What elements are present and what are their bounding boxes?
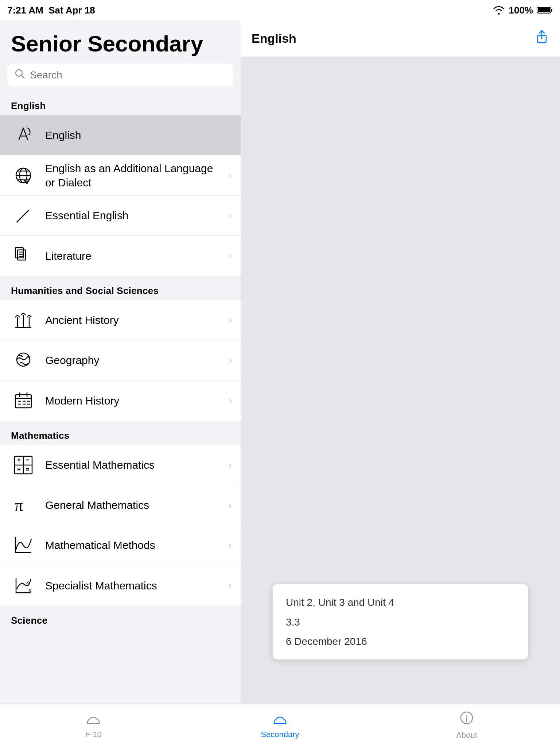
sidebar-item-english-label: English	[45, 128, 225, 142]
tab-secondary-icon	[273, 711, 287, 728]
battery-icon	[537, 6, 553, 14]
sidebar-item-english[interactable]: English ›	[0, 115, 241, 155]
specialist-mathematics-chevron: ›	[229, 580, 232, 591]
svg-point-60	[466, 715, 467, 716]
svg-rect-14	[18, 250, 26, 260]
modern-history-chevron: ›	[229, 395, 232, 406]
ancient-history-chevron: ›	[229, 314, 232, 326]
status-time-date: 7:21 AM Sat Apr 18	[7, 5, 95, 16]
sidebar-item-eal[interactable]: English as an Additional Language or Dia…	[0, 155, 241, 196]
svg-point-5	[28, 134, 30, 135]
sidebar-item-general-mathematics[interactable]: π General Mathematics ›	[0, 485, 241, 525]
eal-chevron: ›	[229, 170, 232, 181]
mathematical-methods-chevron: ›	[229, 539, 232, 551]
content-body: Unit 2, Unit 3 and Unit 4 3.3 6 December…	[241, 57, 560, 703]
literature-chevron: ›	[229, 250, 232, 262]
tab-f10-icon	[86, 711, 101, 728]
modern-history-icon	[9, 386, 38, 415]
tab-about[interactable]: About	[373, 704, 560, 747]
sidebar-item-specialist-mathematics-label: Specialist Mathematics	[45, 578, 225, 593]
tab-secondary[interactable]: Secondary	[187, 704, 373, 747]
essential-english-chevron: ›	[229, 210, 232, 221]
battery-percent: 100%	[509, 5, 533, 16]
search-icon	[15, 69, 25, 81]
essential-mathematics-icon	[9, 450, 38, 480]
tab-about-icon	[459, 711, 474, 728]
svg-text:x: x	[28, 587, 31, 593]
geography-icon	[9, 346, 38, 375]
list-humanities: Ancient History › Geography ›	[0, 300, 241, 421]
sidebar-item-ancient-history[interactable]: Ancient History ›	[0, 300, 241, 340]
section-header-english: English	[0, 94, 241, 115]
sidebar-scroll: English English ›	[0, 94, 241, 703]
sidebar-item-eal-label: English as an Additional Language or Dia…	[45, 161, 225, 190]
general-mathematics-icon: π	[9, 491, 38, 520]
section-header-humanities: Humanities and Social Sciences	[0, 279, 241, 300]
share-button[interactable]	[534, 30, 549, 47]
list-mathematics: Essential Mathematics › π General Mathem…	[0, 445, 241, 605]
search-input[interactable]	[30, 69, 226, 81]
tab-about-label: About	[456, 731, 477, 740]
list-english: English › Engli	[0, 115, 241, 276]
sidebar-item-essential-mathematics-label: Essential Mathematics	[45, 458, 225, 472]
sidebar-item-geography[interactable]: Geography ›	[0, 340, 241, 380]
content-header: English	[241, 20, 560, 57]
sidebar-item-ancient-history-label: Ancient History	[45, 313, 225, 327]
sidebar-item-literature[interactable]: Literature ›	[0, 236, 241, 276]
ancient-history-icon	[9, 306, 38, 335]
wifi-icon	[492, 5, 505, 15]
svg-rect-1	[551, 9, 552, 12]
sidebar-item-mathematical-methods[interactable]: Mathematical Methods ›	[0, 525, 241, 565]
essential-mathematics-chevron: ›	[229, 459, 232, 471]
sidebar-item-specialist-mathematics[interactable]: z x Specialist Mathematics ›	[0, 565, 241, 605]
search-box	[7, 63, 233, 86]
general-mathematics-chevron: ›	[229, 499, 232, 511]
search-container	[0, 63, 241, 94]
tab-bar: F-10 Secondary About	[0, 703, 560, 747]
sidebar-title: Senior Secondary	[0, 20, 241, 63]
sidebar-item-general-mathematics-label: General Mathematics	[45, 498, 225, 512]
status-bar: 7:21 AM Sat Apr 18 100%	[0, 0, 560, 20]
essential-english-icon	[9, 201, 38, 230]
mathematical-methods-icon	[9, 531, 38, 560]
main-layout: Senior Secondary English	[0, 20, 560, 703]
popup-row-2: 3.3	[286, 615, 515, 629]
english-icon	[9, 121, 38, 150]
svg-text:π: π	[15, 496, 23, 515]
sidebar-item-mathematical-methods-label: Mathematical Methods	[45, 538, 225, 552]
svg-text:z: z	[26, 578, 29, 585]
popup-row-1: Unit 2, Unit 3 and Unit 4	[286, 595, 515, 609]
specialist-mathematics-icon: z x	[9, 571, 38, 600]
sidebar-item-essential-mathematics[interactable]: Essential Mathematics ›	[0, 445, 241, 485]
status-right: 100%	[492, 5, 553, 16]
content-title: English	[252, 31, 296, 46]
eal-icon	[9, 161, 38, 190]
sidebar: Senior Secondary English	[0, 20, 241, 703]
svg-line-4	[22, 76, 24, 78]
content-area: English Unit 2, Unit 3 and Unit 4 3.3 6 …	[241, 20, 560, 703]
english-chevron: ›	[229, 129, 232, 141]
sidebar-item-literature-label: Literature	[45, 249, 225, 263]
svg-line-11	[18, 210, 28, 221]
sidebar-item-essential-english[interactable]: Essential English ›	[0, 196, 241, 236]
popup-card: Unit 2, Unit 3 and Unit 4 3.3 6 December…	[273, 584, 528, 659]
tab-f10-label: F-10	[85, 730, 101, 739]
geography-chevron: ›	[229, 355, 232, 366]
literature-icon	[9, 241, 38, 270]
sidebar-item-modern-history-label: Modern History	[45, 394, 225, 408]
section-header-mathematics: Mathematics	[0, 423, 241, 445]
svg-rect-2	[538, 8, 550, 12]
sidebar-item-essential-english-label: Essential English	[45, 208, 225, 222]
tab-secondary-label: Secondary	[261, 730, 299, 739]
popup-row-3: 6 December 2016	[286, 634, 515, 649]
sidebar-item-modern-history[interactable]: Modern History ›	[0, 380, 241, 421]
tab-f10[interactable]: F-10	[0, 704, 187, 747]
sidebar-item-geography-label: Geography	[45, 353, 225, 367]
section-header-science: Science	[0, 608, 241, 630]
